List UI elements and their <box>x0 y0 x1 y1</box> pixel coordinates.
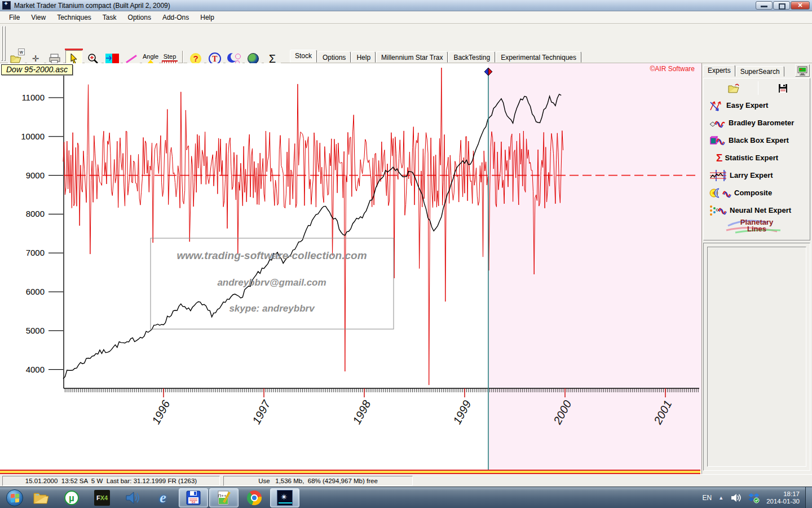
tab-millennium-star-trax[interactable]: Millennium Star Trax <box>376 51 448 63</box>
dropbox-icon[interactable] <box>748 492 760 503</box>
expert-item-bradley-barometer[interactable]: Bradley Barometer <box>704 114 810 132</box>
cursor-icon <box>69 53 78 64</box>
fx4-icon: FX4 <box>94 490 110 506</box>
desktop: Market Trader Titanium compact (Built Ap… <box>0 0 812 508</box>
menu-view[interactable]: View <box>25 12 51 23</box>
monitor-icon <box>797 66 807 76</box>
globe-icon <box>248 53 259 64</box>
market-trader-icon <box>277 490 293 506</box>
windows-logo-icon <box>6 489 23 506</box>
svg-text:6000: 6000 <box>26 287 45 296</box>
menu-addons[interactable]: Add-Ons <box>157 12 195 23</box>
watermark-line1: www.trading-software-collection.com <box>176 249 367 261</box>
cursor-diamond-icon[interactable] <box>484 68 488 76</box>
tab-backtesting[interactable]: BackTesting <box>448 51 495 63</box>
svg-text:5000: 5000 <box>26 326 45 335</box>
question-icon: ? <box>190 53 201 64</box>
load-expert-button[interactable] <box>725 81 742 95</box>
chart-file-label[interactable]: Dow 95-2000.asc <box>1 64 73 75</box>
menu-options[interactable]: Options <box>122 12 157 23</box>
taskbar: µ FX4 e 64 <box>0 487 812 508</box>
expert-item-neural-net-expert[interactable]: Neural Net Expert <box>704 202 810 219</box>
step-label: Step <box>164 54 176 59</box>
supersearch-results-panel <box>703 243 810 471</box>
taskbar-fx4[interactable]: FX4 <box>87 488 117 507</box>
tab-options[interactable]: Options <box>317 51 351 63</box>
toolbar: w ✛ <box>0 24 812 63</box>
title-bar[interactable]: Market Trader Titanium compact (Built Ap… <box>0 0 812 11</box>
taskbar-editor-app[interactable]: Π++ <box>209 488 239 507</box>
plus-icon: ✛ <box>32 54 39 64</box>
menu-task[interactable]: Task <box>97 12 122 23</box>
close-button[interactable] <box>791 1 810 10</box>
taskbar-market-trader[interactable] <box>270 488 299 507</box>
minimize-button[interactable] <box>756 1 773 10</box>
expert-item-composite[interactable]: Composite <box>704 184 810 202</box>
expert-item-larry-expert[interactable]: Larry Expert <box>704 167 810 184</box>
floppy64-icon: 64 <box>186 490 201 506</box>
tab-help[interactable]: Help <box>351 51 376 63</box>
watermark: www.trading-software-collection.com andr… <box>151 238 394 329</box>
menu-file[interactable]: File <box>3 12 25 23</box>
bradley-barometer-icon <box>709 117 726 129</box>
expert-item-black-box-expert[interactable]: Black Box Expert <box>704 132 810 149</box>
neural-net-expert-icon <box>709 204 727 217</box>
black-box-expert-icon <box>709 135 726 146</box>
taskbar-explorer[interactable] <box>27 488 56 507</box>
taskbar-floppy64-app[interactable]: 64 <box>179 488 208 507</box>
taskbar-internet-explorer[interactable]: e <box>148 488 178 507</box>
taskbar-volume-app[interactable] <box>118 488 147 507</box>
tab-experimental-techniques[interactable]: Experimental Techniques <box>496 51 581 63</box>
larry-expert-icon <box>709 169 727 182</box>
watermark-line3: skype: andreybbrv <box>229 303 315 314</box>
save-icon <box>778 84 788 93</box>
svg-text:1998: 1998 <box>350 398 373 427</box>
status-memory-info: Use 1,536 Mb, 68% (4294,967 Mb) free <box>223 476 413 486</box>
start-button[interactable] <box>3 488 26 507</box>
expert-item-statistic-expert[interactable]: Σ Statistic Expert <box>704 149 810 167</box>
toolbar-grip[interactable] <box>1 26 3 61</box>
technique-tab-strip: Stock Options Help Millennium Star Trax … <box>290 50 582 63</box>
w-badge: w <box>18 49 25 55</box>
chart-pane[interactable]: 1100010000900080007000600050004000199619… <box>0 63 701 470</box>
taskbar-utorrent[interactable]: µ <box>57 488 86 507</box>
sigma-icon: Σ <box>716 152 722 164</box>
svg-text:11000: 11000 <box>21 93 45 102</box>
air-software-credit: ©AIR Software <box>650 65 695 73</box>
show-desktop-button[interactable] <box>805 487 812 508</box>
expert-item-planetary-lines[interactable]: Planetary Lines <box>704 219 810 233</box>
menu-help[interactable]: Help <box>195 12 220 23</box>
tab-supersearch[interactable]: SuperSearch <box>736 66 784 77</box>
ie-icon: e <box>160 489 166 506</box>
explorer-icon <box>33 491 50 505</box>
open-folder-icon <box>727 83 740 94</box>
language-indicator[interactable]: EN <box>703 494 712 502</box>
price-chart[interactable]: 1100010000900080007000600050004000199619… <box>0 63 701 470</box>
svg-text:9000: 9000 <box>26 170 45 180</box>
tab-experts[interactable]: Experts <box>703 65 735 77</box>
menu-techniques[interactable]: Techniques <box>51 12 97 23</box>
status-bar: 15.01.2000 13:52 SA 5 W Last bar: 31.12.… <box>0 474 812 487</box>
experts-panel: Experts SuperSearch <box>701 63 812 474</box>
app-icon <box>2 1 11 10</box>
monitor-button[interactable] <box>795 64 810 77</box>
panel-tab-strip: Experts SuperSearch <box>703 65 785 77</box>
toolbar-grip[interactable] <box>4 26 6 61</box>
tray-clock[interactable]: 18:17 2014-01-30 <box>766 491 802 505</box>
chrome-icon <box>247 491 262 505</box>
tray-chevron-icon[interactable]: ▲ <box>718 495 723 501</box>
separator <box>758 81 758 95</box>
expert-item-easy-expert[interactable]: Easy Expert <box>704 97 810 114</box>
tab-stock[interactable]: Stock <box>290 50 317 63</box>
taskbar-chrome[interactable] <box>240 488 269 507</box>
restore-button[interactable] <box>773 1 790 10</box>
save-expert-button[interactable] <box>774 81 791 95</box>
svg-text:1999: 1999 <box>451 398 473 427</box>
window-title: Market Trader Titanium compact (Built Ap… <box>14 2 170 10</box>
watermark-line2: andreybbrv@gmail.com <box>217 277 326 288</box>
experts-list: Easy Expert Bradley Barometer Black Box … <box>703 78 810 240</box>
svg-text:10000: 10000 <box>21 132 45 141</box>
tray-time: 18:17 <box>766 491 800 498</box>
easy-expert-icon <box>709 99 724 112</box>
volume-icon[interactable] <box>730 493 742 503</box>
